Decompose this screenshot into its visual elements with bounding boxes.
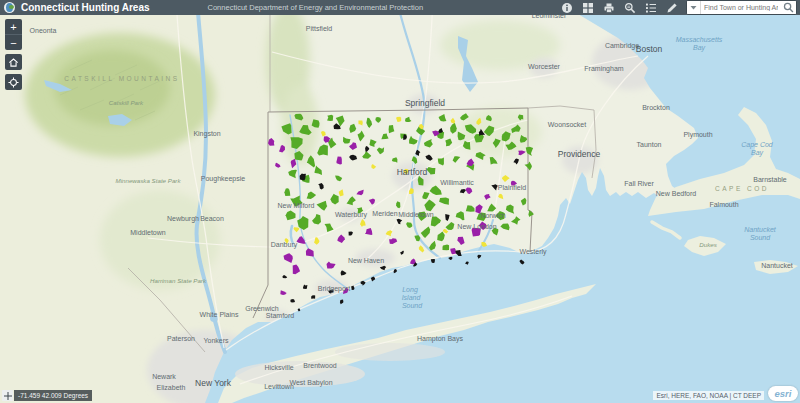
map-label: Oneonta [30,27,57,34]
map-label: Catskill Park [109,99,144,106]
search-source-dropdown[interactable] [687,1,701,14]
zoom-control: + − [5,19,22,50]
zoom-out-button[interactable]: − [5,34,22,50]
map-label: Willimantic [440,179,474,186]
map-label: CAPE COD [715,185,769,192]
map-label: Hicksville [264,364,293,371]
hunting-area-green[interactable] [443,245,450,251]
map-label: Brockton [642,104,670,111]
map-label: Stamford [266,312,295,319]
map-label: Harriman State Park [150,277,207,284]
map-label: Beacon [200,215,224,222]
coordinate-widget: -71.459 42.009 Degrees [2,390,92,401]
map-label: Bay [751,149,764,157]
esri-logo: esri [768,386,798,401]
map-attribution: Esri, HERE, FAO, NOAA | CT DEEP [653,391,764,400]
coordinate-crosshair-icon[interactable] [2,390,13,401]
map-label: New Milford [278,202,315,209]
map-label: Taunton [637,141,662,148]
info-icon[interactable] [561,2,573,14]
map-label: Greenwich [245,305,279,312]
map-label: Middletown [130,229,166,236]
map-label: Cambridge [605,42,639,50]
search-submit-icon[interactable] [781,1,796,14]
map-label: Plainfield [498,184,527,191]
map-label: Newburgh [167,215,199,223]
app-logo-globe-icon [4,2,15,13]
home-button[interactable] [5,54,22,70]
map-label: Barnstable [753,176,787,183]
map-label: Woonsocket [548,121,586,128]
basemap-gallery-icon[interactable] [582,2,594,14]
legend-icon[interactable] [645,2,657,14]
map-label: Minnewaska State Park [116,177,182,184]
map-label: Worcester [528,63,560,70]
map-label: Middletown [398,211,434,218]
draw-pencil-icon[interactable] [666,2,678,14]
coordinate-readout: -71.459 42.009 Degrees [14,390,92,401]
query-icon[interactable] [624,2,636,14]
map-label: New Haven [348,257,384,264]
map-label: Falmouth [709,201,738,208]
map-label: Hampton Bays [417,335,463,343]
zoom-in-button[interactable]: + [5,19,22,34]
basemap [0,0,800,403]
map-label: Plymouth [683,131,712,139]
search-input[interactable] [701,1,781,14]
map-label: Providence [558,149,601,159]
map-label: New Bedford [656,190,697,197]
map-label: Bay [693,44,706,52]
app-window: OneontaCATSKILL MOUNTAINSCatskill ParkMi… [0,0,800,403]
print-icon[interactable] [603,2,615,14]
map-label: Newark [152,373,176,380]
map-label: Boston [636,44,663,54]
map-label: Sound [750,234,771,241]
map-label: New York [195,378,232,388]
map-label: Meriden [372,210,397,217]
map-label: Paterson [167,335,195,342]
page-subtitle: Connecticut Department of Energy and Env… [208,3,561,12]
map-label: Sound [402,302,423,309]
map-label: Nantucket [744,226,777,233]
map-label: Cape Cod [741,141,774,149]
map-label: Danbury [271,241,298,249]
map-label: New London [457,223,496,230]
page-title: Connecticut Hunting Areas [21,2,150,13]
header-toolbar [561,2,678,14]
map-label: Waterbury [335,211,368,219]
map-label: Brentwood [303,362,337,369]
map-label: Framingham [584,65,623,73]
map-label: Pittsfield [306,25,333,32]
map-label: Hartford [397,167,428,177]
map-label: CATSKILL MOUNTAINS [64,75,179,82]
search-widget [686,0,797,15]
map-label: White Plains [200,311,239,318]
map-label: Yonkers [203,337,229,344]
map-label: West Babylon [289,379,332,387]
locate-button[interactable] [5,74,22,90]
app-header: Connecticut Hunting Areas Connecticut De… [0,0,800,15]
map-label: Norwich [480,212,505,219]
map-label: Poughkeepsie [201,175,245,183]
map-label: Fall River [624,180,654,187]
map-label: Massachusetts [676,36,723,43]
map-label: Kingston [193,130,220,138]
map-label: Nantucket [761,262,793,269]
map-label: Bridgeport [318,285,350,293]
map-canvas[interactable]: OneontaCATSKILL MOUNTAINSCatskill ParkMi… [0,0,800,403]
map-label: Island [402,294,422,301]
map-label: Elizabeth [157,384,186,391]
map-label: Dukes [699,241,717,248]
map-label: Westerly [519,248,547,256]
map-label: Long [402,286,418,294]
map-label: Springfield [405,98,445,108]
